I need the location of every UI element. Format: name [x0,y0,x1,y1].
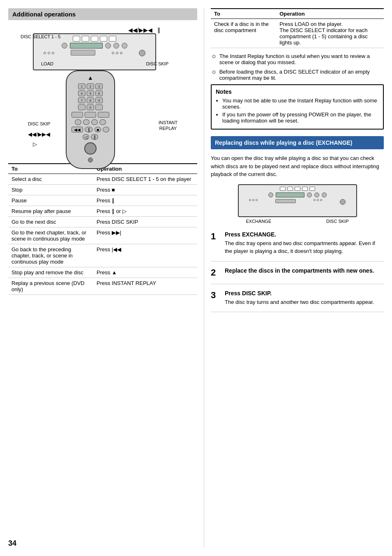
transport-row: ◀◀ ‖ ■ [71,127,109,132]
indicator-dot [48,52,50,54]
step: 3Press DISC SKIP.The disc tray turns and… [211,290,384,313]
table-row: Check if a disc is in the disc compartme… [211,19,384,48]
prev-chapter-btn[interactable]: ◀◀ [71,127,83,132]
step-number: 2 [211,267,221,278]
table-row: Resume play after pausePress ‖ or ▷ [8,206,197,217]
table-row: Select a discPress DISC SELECT 1 - 5 on … [8,174,197,185]
steps-container: 1Press EXCHANGE.The disc tray opens and … [211,231,384,313]
step-heading: Press DISC SKIP. [225,290,272,297]
step-content: Replace the discs in the compartments wi… [225,267,384,278]
op-action: Press DISC SKIP [93,217,197,227]
stop-btn[interactable]: ■ [95,127,101,132]
rev-btn[interactable]: ◁ [83,134,89,140]
op-to: Go to the next chapter, track, or scene … [8,227,93,244]
disc-slot [82,36,89,42]
indicator-dot [116,52,118,54]
num-btn[interactable]: 6 [95,90,103,96]
remote-control: ▲ 1 2 3 4 5 6 7 8 9 0 [66,70,115,169]
disc-slot [100,36,107,42]
diagram-area: ◀◀/▶▶◀ ‖ [8,25,181,157]
num-btn[interactable] [78,104,85,110]
lcd-display [70,43,103,49]
page-number: 34 [8,539,16,548]
pause-icon: ‖ [157,27,160,33]
step-body: The disc tray opens and two disc compart… [225,239,384,255]
disc-slot [91,36,98,42]
op-to: Resume play after pause [8,206,93,217]
table-row: Go to the next chapter, track, or scene … [8,227,197,244]
prev-next-remote-label: ◀◀/▶▶◀ [28,131,50,137]
op-action: Press ▶▶| [93,227,197,244]
table-row: StopPress ■ [8,185,197,195]
step-content: Press EXCHANGE.The disc tray opens and t… [225,231,384,255]
remote-btn[interactable] [75,119,81,125]
num-btn[interactable]: 5 [87,90,94,96]
disc-skip-remote-label: DISC SKIP [28,121,50,126]
num-btn[interactable]: 7 [78,97,85,103]
exchange-label: EXCHANGE [246,219,272,224]
num-btn[interactable]: 0 [87,104,94,110]
exchange-diagram-labels: EXCHANGE DISC SKIP [238,217,357,225]
skip-arrow-icon: ◀◀/▶▶◀ [128,27,152,33]
table-row: Go back to the preceding chapter, track,… [8,244,197,267]
indicator-dot [112,52,114,54]
tip-text-2: Before loading the discs, a DISC SELECT … [219,69,384,81]
tip-1: ☼ The Instant Replay function is useful … [211,53,384,65]
num-btn[interactable]: 1 [78,83,85,89]
notes-list: You may not be able to use the Instant R… [216,97,379,124]
right-column: To Operation Check if a disc is in the d… [204,8,384,548]
instant-replay-label: INSTANTREPLAY [159,120,178,132]
arrow-area: ◀◀/▶▶◀ ‖ [128,27,160,33]
remote-btn[interactable] [99,119,106,125]
remote-btn[interactable] [98,112,109,118]
op-action: Press DISC SELECT 1 - 5 on the player [93,174,197,185]
num-btn[interactable]: 4 [78,90,85,96]
op-action: Press |◀◀ [93,244,197,267]
disc-skip-label: DISC SKIP [146,61,168,66]
op-to: Select a disc [8,174,93,185]
extra-btn-row2 [75,119,106,125]
load-label: LOAD [41,61,53,66]
step: 2Replace the discs in the compartments w… [211,267,384,284]
disc-slot [73,36,80,42]
tip-icon-1: ☼ [211,52,217,60]
step: 1Press EXCHANGE.The disc tray opens and … [211,231,384,262]
tip-text-1: The Instant Replay function is useful wh… [219,53,384,65]
step-number: 1 [211,231,221,255]
exchange-section-title: Replacing discs while playing a disc (EX… [211,136,384,149]
num-btn[interactable]: 3 [95,83,103,89]
remote-btn[interactable] [85,112,96,118]
num-btn[interactable]: 9 [95,97,103,103]
step-content: Press DISC SKIP.The disc tray turns and … [225,290,384,306]
play-btn[interactable]: ‖ [85,127,93,132]
fwd-btn[interactable]: ‖ [91,134,98,140]
op-to: Stop play and remove the disc [8,267,93,278]
operations-table: To Operation Select a discPress DISC SEL… [8,163,197,295]
op-action: Press INSTANT REPLAY [93,278,197,295]
remote-btn[interactable] [83,119,90,125]
indicator-dot [52,52,54,54]
num-btn[interactable]: 2 [87,83,94,89]
notes-box: Notes You may not be able to use the Ins… [211,84,384,130]
right-table-to: Check if a disc is in the disc compartme… [211,19,276,48]
op-to: Stop [8,185,93,195]
remote-btn[interactable] [71,112,83,118]
op-action: Press ‖ [93,195,197,206]
op-action: Press ‖ or ▷ [93,206,197,217]
play-remote-label: ▷ [33,141,37,147]
op-to: Replay a previous scene (DVD only) [8,278,93,295]
disc-slot [109,36,116,42]
table-row: PausePress ‖ [8,195,197,206]
right-table-op: Press LOAD on the player.The DISC SELECT… [276,19,384,48]
num-btn[interactable] [95,104,103,110]
right-col-operation: Operation [276,9,384,19]
pause-btn[interactable] [103,127,109,132]
remote-btn[interactable] [91,119,98,125]
note-item: If you turn the power off by pressing PO… [222,111,379,124]
table-row: Go to the next discPress DISC SKIP [8,217,197,227]
step-heading: Press EXCHANGE. [225,231,276,238]
num-btn[interactable]: 8 [87,97,94,103]
exchange-desc: You can open the disc tray while playing… [211,154,384,178]
jog-dial[interactable] [84,142,97,155]
exchange-diagram-wrap: EXCHANGE DISC SKIP [211,184,384,225]
